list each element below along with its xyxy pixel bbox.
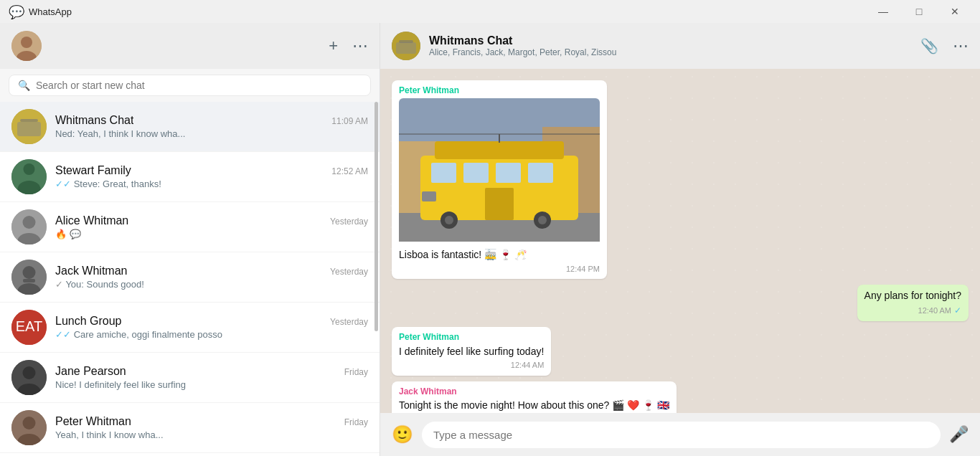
chat-time: Friday (344, 367, 368, 377)
message-bubble: Any plans for tonight? 12:40 AM ✓ (857, 285, 969, 320)
chat-header: Whitmans Chat Alice, Francis, Jack, Marg… (380, 23, 980, 69)
search-bar: 🔍 (0, 69, 380, 102)
svg-rect-39 (496, 163, 521, 183)
chat-item[interactable]: Jack Whitman Yesterday ✓ You: Sounds goo… (0, 252, 380, 303)
message-input[interactable] (422, 422, 941, 448)
svg-rect-36 (435, 141, 564, 159)
chat-name: Stewart Family (55, 164, 131, 177)
search-input[interactable] (36, 80, 362, 91)
chat-info: Jane Pearson Friday Nice! I definitely f… (55, 365, 368, 390)
message-meta: 12:40 AM ✓ (864, 305, 961, 317)
chat-header-members: Alice, Francis, Jack, Margot, Peter, Roy… (429, 47, 912, 57)
chat-preview: ✓✓ Steve: Great, thanks! (55, 179, 368, 189)
preview-text: You: Sounds good! (65, 279, 143, 290)
chat-preview: Yeah, I think I know wha... (55, 429, 368, 440)
user-avatar[interactable] (11, 31, 42, 61)
message-image (399, 98, 600, 246)
more-options-button[interactable]: ⋯ (352, 37, 368, 55)
message-bubble: Peter Whitman (392, 80, 607, 279)
chat-name: Lunch Group (55, 315, 122, 328)
message-sender: Peter Whitman (399, 331, 544, 343)
chat-avatar (11, 109, 47, 144)
message-sender: Peter Whitman (399, 85, 600, 97)
chat-info: Jack Whitman Yesterday ✓ You: Sounds goo… (55, 265, 368, 290)
preview-text: Steve: Great, thanks! (74, 179, 161, 189)
chat-name: Whitmans Chat (55, 114, 133, 127)
chat-info: Stewart Family 12:52 AM ✓✓ Steve: Great,… (55, 164, 368, 189)
sidebar-header: + ⋯ (0, 23, 380, 69)
message-text: I definitely feel like surfing today! (399, 345, 544, 359)
new-chat-button[interactable]: + (329, 37, 338, 55)
svg-rect-41 (485, 188, 514, 220)
message-time: 12:44 PM (566, 264, 600, 275)
svg-rect-28 (396, 42, 416, 54)
svg-point-22 (23, 417, 36, 429)
chat-name: Alice Whitman (55, 214, 128, 227)
chat-name-row: Jack Whitman Yesterday (55, 265, 368, 277)
svg-point-7 (24, 163, 35, 175)
double-check-icon: ✓✓ (55, 329, 71, 340)
sidebar: + ⋯ 🔍 (0, 23, 380, 456)
chat-preview: ✓✓ Care amiche, oggi finalmente posso (55, 329, 368, 340)
message-text: Any plans for tonight? (864, 289, 961, 303)
svg-point-10 (23, 216, 36, 229)
svg-rect-29 (399, 40, 413, 43)
message-text: Lisboa is fantastic! 🚋 🍷 🥂 (399, 248, 600, 262)
chat-name: Jane Pearson (55, 365, 126, 378)
check-icon: ✓ (954, 305, 961, 317)
chat-header-avatar (392, 32, 420, 60)
chat-avatar (11, 209, 47, 244)
chat-more-options-button[interactable]: ⋯ (953, 37, 969, 55)
double-check-icon: ✓✓ (55, 179, 71, 189)
chat-panel: Whitmans Chat Alice, Francis, Jack, Marg… (380, 23, 980, 456)
chat-avatar (11, 360, 47, 395)
chat-name-row: Jane Pearson Friday (55, 365, 368, 378)
scrollbar[interactable] (374, 102, 378, 331)
chat-time: Friday (344, 417, 368, 427)
chat-time: 12:52 AM (331, 166, 368, 176)
chat-preview: Ned: Yeah, I think I know wha... (55, 128, 368, 139)
chat-info: Alice Whitman Yesterday 🔥 💬 (55, 214, 368, 239)
svg-rect-46 (422, 191, 436, 201)
search-icon: 🔍 (18, 80, 30, 91)
chat-name-row: Peter Whitman Friday (55, 415, 368, 428)
window-controls: — □ ✕ (867, 0, 971, 23)
chat-item[interactable]: Stewart Family 12:52 AM ✓✓ Steve: Great,… (0, 152, 380, 202)
svg-point-43 (445, 216, 453, 224)
chat-name-row: Stewart Family 12:52 AM (55, 164, 368, 177)
svg-rect-4 (17, 122, 41, 136)
single-check-icon: ✓ (55, 279, 63, 290)
chat-preview: ✓ You: Sounds good! (55, 279, 368, 290)
svg-rect-5 (20, 119, 38, 122)
search-input-wrap: 🔍 (9, 75, 371, 96)
messages-area: Peter Whitman (380, 69, 980, 413)
minimize-button[interactable]: — (867, 0, 900, 23)
svg-point-1 (21, 37, 32, 48)
chat-name: Jack Whitman (55, 265, 127, 277)
message-text: Tonight is the movie night! How about th… (399, 399, 669, 413)
message-time: 12:44 AM (511, 360, 544, 371)
chat-time: Yesterday (330, 317, 368, 327)
sidebar-header-actions: + ⋯ (329, 37, 368, 55)
chat-item[interactable]: Whitmans Chat 11:09 AM Ned: Yeah, I thin… (0, 102, 380, 152)
chat-item[interactable]: Peter Whitman Friday Yeah, I think I kno… (0, 403, 380, 453)
chat-item[interactable]: Stewart Family Friday Steve: Great, than… (0, 453, 380, 456)
close-button[interactable]: ✕ (938, 0, 971, 23)
chat-time: 11:09 AM (331, 116, 368, 126)
maximize-button[interactable]: □ (903, 0, 936, 23)
message-meta: 12:44 PM (399, 264, 600, 275)
chat-preview: 🔥 💬 (55, 229, 368, 239)
app-window: 💬 WhatsApp — □ ✕ + (0, 0, 980, 456)
chat-item[interactable]: EAT Lunch Group Yesterday ✓✓ Care amiche… (0, 303, 380, 353)
attach-button[interactable]: 📎 (920, 37, 938, 55)
chat-item[interactable]: Alice Whitman Yesterday 🔥 💬 (0, 202, 380, 252)
chat-avatar (11, 260, 47, 295)
whatsapp-logo-icon: 💬 (9, 4, 23, 19)
chat-list: Whitmans Chat 11:09 AM Ned: Yeah, I thin… (0, 102, 380, 456)
svg-rect-38 (463, 163, 489, 183)
message-bubble: Peter Whitman I definitely feel like sur… (392, 327, 551, 376)
chat-header-info: Whitmans Chat Alice, Francis, Jack, Marg… (429, 34, 912, 57)
emoji-button[interactable]: 🙂 (392, 424, 413, 445)
chat-item[interactable]: Jane Pearson Friday Nice! I definitely f… (0, 353, 380, 403)
mic-button[interactable]: 🎤 (949, 425, 969, 444)
